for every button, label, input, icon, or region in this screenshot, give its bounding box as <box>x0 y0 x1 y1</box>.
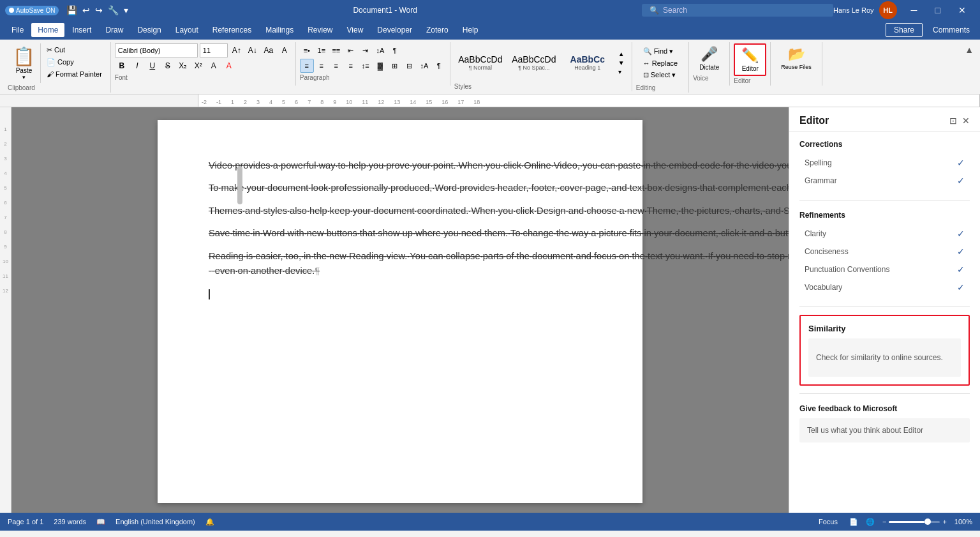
punctuation-item[interactable]: Punctuation Conventions ✓ <box>799 261 970 278</box>
increase-font-button[interactable]: A↑ <box>230 43 244 57</box>
styles-scroll-up[interactable]: ▲ <box>616 50 627 58</box>
menu-zotero[interactable]: Zotero <box>420 23 455 37</box>
menu-layout[interactable]: Layout <box>169 23 205 37</box>
sort-button[interactable]: ↕A <box>373 43 387 57</box>
close-button[interactable]: ✕ <box>949 3 975 18</box>
autosave-toggle[interactable]: AutoSave ON <box>5 6 59 15</box>
numbering-button[interactable]: 1≡ <box>315 43 329 57</box>
copy-button[interactable]: 📄 Copy <box>43 57 105 68</box>
zoom-out-button[interactable]: − <box>882 518 886 526</box>
superscript-button[interactable]: X² <box>191 59 205 73</box>
undo-icon[interactable]: ↩ <box>82 5 90 15</box>
paragraph-5[interactable]: Reading·is·easier,·too,·in·the·new·Readi… <box>209 249 591 279</box>
restore-button[interactable]: □ <box>926 3 949 18</box>
underline-button[interactable]: U <box>145 59 160 73</box>
menu-draw[interactable]: Draw <box>99 23 130 37</box>
menu-insert[interactable]: Insert <box>66 23 98 37</box>
menu-references[interactable]: References <box>206 23 258 37</box>
zoom-slider[interactable] <box>889 521 940 523</box>
decrease-indent-button[interactable]: ⇤ <box>344 43 358 57</box>
multilevel-button[interactable]: ≡≡ <box>329 43 343 57</box>
cut-button[interactable]: ✂ Cut <box>43 45 105 56</box>
font-name-selector[interactable] <box>115 43 198 57</box>
editor-panel-popout-icon[interactable]: ⊡ <box>949 116 957 126</box>
reuse-files-button[interactable]: 📂 Reuse Files <box>775 43 818 73</box>
menu-review[interactable]: Review <box>301 23 339 37</box>
justify-button[interactable]: ≡ <box>344 59 358 73</box>
minimize-button[interactable]: ─ <box>902 3 926 18</box>
styles-scroll-down[interactable]: ▼ <box>616 59 627 67</box>
subscript-button[interactable]: X₂ <box>176 59 190 73</box>
user-avatar[interactable]: HL <box>879 1 897 19</box>
align-center-button[interactable]: ≡ <box>315 59 329 73</box>
paste-dropdown[interactable]: ▾ <box>22 74 26 80</box>
font-case-button[interactable]: Aa <box>262 43 276 57</box>
menu-view[interactable]: View <box>341 23 370 37</box>
paste-button[interactable]: 📋 Paste ▾ <box>8 43 41 83</box>
font-color-button[interactable]: A <box>222 59 236 73</box>
columns-button[interactable]: ⊟ <box>403 59 417 73</box>
editor-panel-close-icon[interactable]: ✕ <box>962 116 970 126</box>
decrease-font-button[interactable]: A↓ <box>246 43 260 57</box>
zoom-in-button[interactable]: + <box>942 518 946 526</box>
reading-mode-icon[interactable]: 📖 <box>96 518 105 526</box>
bullets-button[interactable]: ≡• <box>300 43 314 57</box>
replace-button[interactable]: ↔ Replace <box>640 58 681 68</box>
increase-indent-button[interactable]: ⇥ <box>359 43 373 57</box>
search-bar[interactable]: 🔍 Search <box>642 4 833 17</box>
font-color-a-button[interactable]: A <box>278 43 292 57</box>
more-icon[interactable]: 🔧 <box>108 5 119 15</box>
find-button[interactable]: 🔍 Find ▾ <box>640 46 681 57</box>
zoom-percent[interactable]: 100% <box>954 518 972 526</box>
document-area[interactable]: Video·provides·a·powerful·way·to·help·yo… <box>11 107 789 513</box>
menu-help[interactable]: Help <box>456 23 485 37</box>
language-indicator[interactable]: English (United Kingdom) <box>115 518 195 526</box>
word-count[interactable]: 239 words <box>54 518 86 526</box>
accessibility-icon[interactable]: 🔔 <box>205 518 214 526</box>
ribbon-collapse-button[interactable]: ▲ <box>962 42 976 57</box>
style-no-spacing[interactable]: AaBbCcDd ¶ No Spac... <box>508 43 560 82</box>
editor-button[interactable]: ✏️ Editor <box>734 43 766 76</box>
paragraph-1[interactable]: Video·provides·a·powerful·way·to·help·yo… <box>209 158 591 173</box>
styles-more[interactable]: ▾ <box>616 68 627 76</box>
vocabulary-item[interactable]: Vocabulary ✓ <box>799 278 970 296</box>
align-left-button[interactable]: ≡ <box>300 59 314 73</box>
spelling-item[interactable]: Spelling ✓ <box>799 154 970 172</box>
highlight-button[interactable]: A <box>207 59 221 73</box>
align-right-button[interactable]: ≡ <box>329 59 343 73</box>
print-layout-button[interactable]: 📄 <box>849 518 858 526</box>
paragraph-3[interactable]: Themes·and·styles·also·help·keep·your·do… <box>209 204 591 218</box>
borders-button[interactable]: ⊞ <box>388 59 402 73</box>
font-size-selector[interactable] <box>200 43 228 57</box>
comments-button[interactable]: Comments <box>928 23 975 37</box>
italic-button[interactable]: I <box>130 59 144 73</box>
share-button[interactable]: Share <box>886 23 923 37</box>
bold-button[interactable]: B <box>115 59 129 73</box>
document-page[interactable]: Video·provides·a·powerful·way·to·help·yo… <box>158 120 642 503</box>
menu-file[interactable]: File <box>5 23 30 37</box>
format-painter-button[interactable]: 🖌 Format Painter <box>43 69 105 79</box>
show-formatting-button[interactable]: ¶ <box>388 43 402 57</box>
pilcrow-button[interactable]: ¶ <box>432 59 446 73</box>
paragraph-4[interactable]: Save·time·in·Word·with·new·buttons·that·… <box>209 226 591 241</box>
web-layout-button[interactable]: 🌐 <box>866 518 875 526</box>
focus-mode-button[interactable]: Focus <box>815 517 842 527</box>
dictate-button[interactable]: 🎤 Dictate <box>693 43 725 73</box>
save-icon[interactable]: 💾 <box>66 5 77 15</box>
similarity-content[interactable]: Check for similarity to online sources. <box>808 338 961 377</box>
paragraph-2[interactable]: To·make·your·document·look·professionall… <box>209 181 591 195</box>
feedback-box[interactable]: Tell us what you think about Editor <box>799 418 970 442</box>
redo-icon[interactable]: ↪ <box>95 5 103 15</box>
menu-mailings[interactable]: Mailings <box>259 23 300 37</box>
clarity-item[interactable]: Clarity ✓ <box>799 225 970 243</box>
menu-home[interactable]: Home <box>31 23 64 37</box>
select-button[interactable]: ⊡ Select ▾ <box>640 70 681 80</box>
style-normal[interactable]: AaBbCcDd ¶ Normal <box>454 43 507 82</box>
grammar-item[interactable]: Grammar ✓ <box>799 172 970 190</box>
menu-developer[interactable]: Developer <box>371 23 419 37</box>
line-spacing-button[interactable]: ↕≡ <box>359 59 373 73</box>
text-direction-button[interactable]: ↕A <box>417 59 431 73</box>
shading-button[interactable]: ▓ <box>373 59 387 73</box>
page-indicator[interactable]: Page 1 of 1 <box>8 518 43 526</box>
conciseness-item[interactable]: Conciseness ✓ <box>799 243 970 261</box>
